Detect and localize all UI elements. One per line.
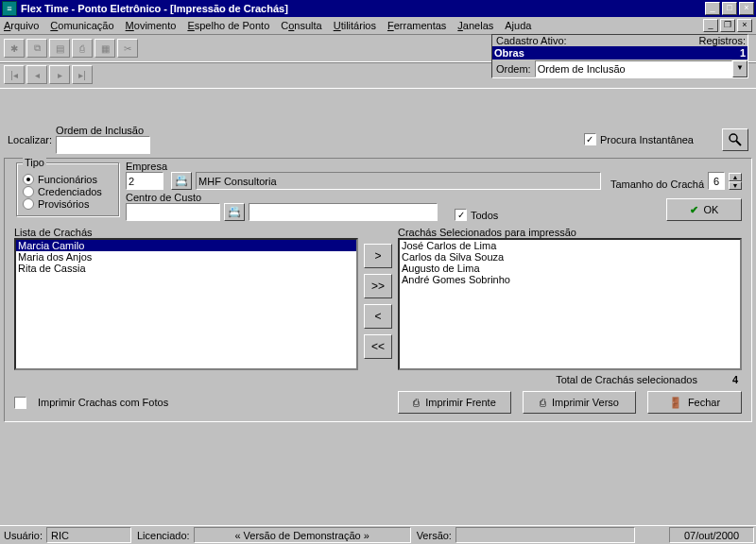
window-title: Flex Time - Ponto Eletrônico - [Impressã… xyxy=(21,3,288,14)
spin-down-icon[interactable]: ▼ xyxy=(729,181,742,190)
menu-consulta[interactable]: Consulta xyxy=(281,20,321,31)
search-field-label: Ordem de Inclusão xyxy=(56,125,150,136)
toolbar-print-icon[interactable]: ⎙ xyxy=(72,39,93,58)
status-usuario-label: Usuário: xyxy=(0,530,46,541)
menu-ferramentas[interactable]: Ferramentas xyxy=(387,20,446,31)
toolbar-save-icon[interactable]: ▤ xyxy=(49,39,70,58)
tamanho-input[interactable] xyxy=(708,172,725,190)
toolbar-first-icon[interactable]: |◂ xyxy=(4,65,25,84)
menu-movimento[interactable]: Movimento xyxy=(126,20,177,31)
check-icon: ✔ xyxy=(690,204,698,216)
centro-name-input[interactable] xyxy=(249,203,438,221)
status-lic-label: Licenciado: xyxy=(133,530,194,541)
search-input[interactable] xyxy=(56,136,150,154)
fotos-checkbox[interactable] xyxy=(14,397,26,409)
status-demo: « Versão de Demonstração » xyxy=(194,527,411,543)
menubar: Arquivo Comunicação Movimento Espelho de… xyxy=(0,17,756,34)
menu-janelas[interactable]: Janelas xyxy=(457,20,493,31)
list-item[interactable]: Carlos da Silva Souza xyxy=(400,251,740,263)
fotos-label: Imprimir Crachas com Fotos xyxy=(38,397,168,408)
search-icon xyxy=(728,132,743,147)
tipo-group: Tipo FuncionáriosCredenciadosProvisórios xyxy=(16,162,120,217)
list-item[interactable]: Rita de Cassia xyxy=(16,263,356,274)
minimize-button[interactable]: _ xyxy=(705,2,720,15)
empresa-code-input[interactable] xyxy=(126,172,163,190)
list-item[interactable]: Marcia Camilo xyxy=(16,240,356,251)
print-front-button[interactable]: ⎙ Imprimir Frente xyxy=(398,391,511,414)
total-label: Total de Crachás selecionados xyxy=(556,374,697,385)
move-right-button[interactable]: > xyxy=(364,244,392,268)
print-back-button[interactable]: ⎙ Imprimir Verso xyxy=(523,391,636,414)
toolbar-next-icon[interactable]: ▸ xyxy=(49,65,70,84)
tipo-option-label: Credenciados xyxy=(38,186,102,197)
list-item[interactable]: Maria dos Anjos xyxy=(16,251,356,263)
menu-ajuda[interactable]: Ajuda xyxy=(505,20,531,31)
procura-checkbox[interactable]: ✓ xyxy=(584,133,596,145)
ordem-label: Ordem: xyxy=(492,63,535,75)
search-button[interactable] xyxy=(722,128,748,151)
toolbar-new-icon[interactable]: ✱ xyxy=(4,39,25,58)
door-icon: 🚪 xyxy=(669,397,682,409)
tipo-option-2[interactable]: Provisórios xyxy=(23,198,113,210)
ordem-combo[interactable] xyxy=(535,60,732,77)
ordem-dropdown-icon[interactable]: ▼ xyxy=(732,60,747,77)
radio-icon xyxy=(23,174,34,185)
toolbar-copy-icon[interactable]: ⧉ xyxy=(26,39,47,58)
print-front-label: Imprimir Frente xyxy=(425,397,496,408)
tipo-option-1[interactable]: Credenciados xyxy=(23,186,113,197)
tipo-option-label: Funcionários xyxy=(38,174,97,185)
menu-arquivo[interactable]: Arquivo xyxy=(4,20,39,31)
print-back-label: Imprimir Verso xyxy=(552,397,619,408)
statusbar: Usuário: RIC Licenciado: « Versão de Dem… xyxy=(0,525,756,544)
centro-code-input[interactable] xyxy=(126,203,220,221)
folder-icon: 📇 xyxy=(175,175,188,187)
left-list-label: Lista de Crachás xyxy=(14,227,358,238)
mdi-close-button[interactable]: × xyxy=(737,19,752,32)
right-list[interactable]: José Carlos de LimaCarlos da Silva Souza… xyxy=(398,238,742,370)
close-button[interactable]: × xyxy=(739,2,754,15)
ok-label: OK xyxy=(704,204,719,215)
status-usuario: RIC xyxy=(46,527,131,543)
procura-label: Procura Instantânea xyxy=(600,134,694,145)
list-item[interactable]: José Carlos de Lima xyxy=(400,240,740,251)
mdi-minimize-button[interactable]: _ xyxy=(703,19,718,32)
move-left-button[interactable]: < xyxy=(364,304,392,329)
empresa-label: Empresa xyxy=(126,161,167,172)
tamanho-label: Tamanho do Crachá xyxy=(610,178,704,190)
tipo-option-label: Provisórios xyxy=(38,198,89,210)
empresa-name xyxy=(196,172,601,190)
printer-icon: ⎙ xyxy=(413,397,420,408)
menu-utilitarios[interactable]: Utilitários xyxy=(334,20,376,31)
svg-line-1 xyxy=(736,141,741,145)
centro-lookup-button[interactable]: 📇 xyxy=(224,203,245,221)
left-list[interactable]: Marcia CamiloMaria dos AnjosRita de Cass… xyxy=(14,238,358,370)
toolbar-prev-icon[interactable]: ◂ xyxy=(26,65,47,84)
status-date: 07/out/2000 xyxy=(669,527,754,543)
maximize-button[interactable]: □ xyxy=(722,2,737,15)
list-item[interactable]: Augusto de Lima xyxy=(400,263,740,274)
centro-label: Centro de Custo xyxy=(126,192,220,203)
todos-checkbox[interactable]: ✓ xyxy=(455,209,467,221)
close-dialog-button[interactable]: 🚪 Fechar xyxy=(647,391,742,414)
tipo-option-0[interactable]: Funcionários xyxy=(23,174,113,185)
close-label: Fechar xyxy=(688,397,720,408)
toolbar-cut-icon[interactable]: ✂ xyxy=(117,39,138,58)
spin-up-icon[interactable]: ▲ xyxy=(729,173,742,181)
toolbar-last-icon[interactable]: ▸| xyxy=(72,65,93,84)
list-item[interactable]: André Gomes Sobrinho xyxy=(400,274,740,285)
todos-label: Todos xyxy=(471,210,498,221)
menu-espelho[interactable]: Espelho de Ponto xyxy=(187,20,269,31)
toolbar-delete-icon[interactable]: ▦ xyxy=(94,39,115,58)
tamanho-spinner[interactable]: ▲▼ xyxy=(729,173,742,190)
move-all-right-button[interactable]: >> xyxy=(364,274,392,298)
menu-comunicacao[interactable]: Comunicação xyxy=(50,20,113,31)
mdi-restore-button[interactable]: ❐ xyxy=(720,19,735,32)
right-list-label: Crachás Selecionados para impressão xyxy=(398,227,742,238)
window-titlebar: ≡ Flex Time - Ponto Eletrônico - [Impres… xyxy=(0,0,756,17)
empresa-lookup-button[interactable]: 📇 xyxy=(171,172,192,190)
radio-icon xyxy=(23,198,34,210)
app-icon: ≡ xyxy=(2,1,17,16)
move-all-left-button[interactable]: << xyxy=(364,334,392,359)
registros-label: Registros: xyxy=(696,35,746,46)
ok-button[interactable]: ✔ OK xyxy=(666,198,742,221)
